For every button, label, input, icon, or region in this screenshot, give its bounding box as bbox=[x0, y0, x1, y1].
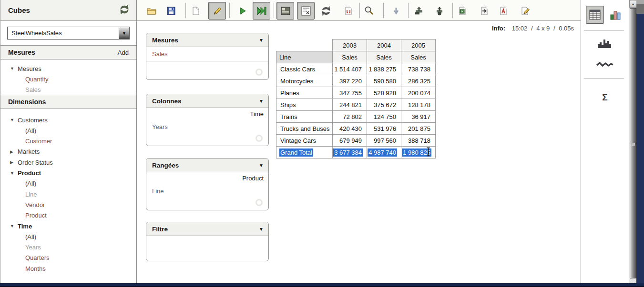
dropzone-rows-header[interactable]: Rangées ▼ bbox=[146, 158, 268, 172]
sort-down-button[interactable] bbox=[391, 6, 401, 16]
tree-item[interactable]: Markets bbox=[0, 147, 136, 157]
pivot-row-dimension-header[interactable]: Line bbox=[276, 51, 333, 63]
pivot-row-header[interactable]: Motorcycles bbox=[276, 75, 333, 87]
pivot-value-cell[interactable]: 128 178 bbox=[401, 99, 436, 111]
dropzone-columns-header[interactable]: Colonnes ▼ bbox=[146, 94, 268, 108]
pivot-value-cell[interactable]: 388 718 bbox=[401, 135, 436, 147]
export-pdf-button[interactable] bbox=[498, 6, 509, 16]
export-excel-button[interactable] bbox=[457, 6, 468, 16]
pivot-value-cell[interactable]: 36 917 bbox=[401, 111, 436, 123]
scroll-up-icon[interactable]: ▲ bbox=[629, 0, 637, 8]
pivot-measure-header[interactable]: Sales bbox=[367, 51, 401, 63]
pivot-value-cell[interactable]: 3 677 384 bbox=[333, 147, 367, 158]
add-measure-button[interactable]: Add bbox=[118, 49, 129, 56]
pivot-value-cell[interactable]: 286 325 bbox=[401, 75, 436, 87]
scrollbar-thumb[interactable] bbox=[630, 8, 637, 278]
chevron-down-icon[interactable]: ▼ bbox=[259, 227, 264, 232]
pivot-value-cell[interactable]: 528 928 bbox=[367, 87, 401, 99]
tree-item[interactable]: Order Status bbox=[0, 157, 136, 168]
tree-item[interactable]: Quantity bbox=[0, 74, 136, 84]
tree-toggle-icon[interactable] bbox=[10, 160, 18, 165]
dropzone-rows[interactable]: Rangées ▼ Product Line bbox=[146, 158, 269, 210]
chevron-down-icon[interactable]: ▼ bbox=[259, 99, 264, 104]
dropzone-measures-header[interactable]: Mesures ▼ bbox=[146, 33, 268, 47]
pivot-value-cell[interactable]: 1 838 275 bbox=[367, 63, 401, 75]
run-auto-button[interactable] bbox=[253, 2, 270, 20]
pivot-measure-header[interactable]: Sales bbox=[333, 51, 367, 63]
pivot-value-cell[interactable]: 397 220 bbox=[333, 75, 367, 87]
line-chart-icon[interactable] bbox=[594, 58, 615, 70]
tree-item[interactable]: Line bbox=[0, 189, 136, 199]
tree-toggle-icon[interactable] bbox=[10, 224, 18, 228]
pivot-value-cell[interactable]: 201 875 bbox=[401, 123, 436, 135]
cube-select-dropdown-icon[interactable]: ▼ bbox=[119, 27, 129, 39]
tree-toggle-icon[interactable] bbox=[10, 171, 18, 176]
pivot-value-cell[interactable]: 244 821 bbox=[333, 99, 367, 111]
drill-member-button[interactable] bbox=[414, 6, 424, 16]
pivot-row-header[interactable]: Grand Total bbox=[276, 147, 333, 158]
dropzone-columns[interactable]: Colonnes ▼ Time Years bbox=[146, 94, 269, 146]
save-button[interactable] bbox=[166, 6, 176, 16]
pivot-measure-header[interactable]: Sales bbox=[401, 51, 436, 63]
pivot-value-cell[interactable]: 200 074 bbox=[401, 87, 436, 99]
pivot-row-header[interactable]: Classic Cars bbox=[276, 63, 333, 75]
tree-item[interactable]: Months bbox=[0, 263, 136, 274]
pivot-value-cell[interactable]: 347 755 bbox=[333, 87, 367, 99]
pivot-value-cell[interactable]: 1 514 407 bbox=[333, 63, 367, 75]
vertical-scrollbar[interactable]: ▲ bbox=[629, 0, 636, 283]
bar-chart-icon[interactable] bbox=[594, 37, 615, 49]
pivot-row-header[interactable]: Vintage Cars bbox=[276, 135, 333, 147]
tree-item[interactable]: Customers bbox=[0, 115, 136, 125]
new-query-button[interactable] bbox=[191, 6, 201, 16]
show-non-empty-button[interactable] bbox=[343, 6, 354, 16]
pivot-value-cell[interactable]: 531 976 bbox=[367, 123, 401, 135]
run-button[interactable] bbox=[237, 6, 248, 16]
pivot-row-header[interactable]: Ships bbox=[276, 99, 333, 111]
drill-position-button[interactable] bbox=[434, 6, 445, 16]
pivot-column-header-2004[interactable]: 2004 bbox=[367, 40, 401, 51]
dropzone-item-sales[interactable]: Sales bbox=[146, 47, 268, 61]
tree-item[interactable]: Mesures bbox=[0, 63, 136, 74]
swap-axes-button[interactable] bbox=[321, 6, 331, 16]
chart-view-button[interactable] bbox=[609, 9, 622, 22]
tree-toggle-icon[interactable] bbox=[10, 66, 18, 71]
mdx-editor-button[interactable] bbox=[297, 2, 315, 20]
pivot-value-cell[interactable]: 72 802 bbox=[333, 111, 367, 123]
export-csv-button[interactable] bbox=[479, 6, 490, 16]
pivot-value-cell[interactable]: 420 430 bbox=[333, 123, 367, 135]
dropzone-item-line[interactable]: Line bbox=[152, 188, 164, 195]
pivot-column-header-2005[interactable]: 2005 bbox=[401, 40, 436, 51]
dropzone-measures[interactable]: Mesures ▼ Sales bbox=[146, 33, 269, 80]
tree-item[interactable]: Quarters bbox=[0, 253, 136, 263]
pivot-row-header[interactable]: Trucks and Buses bbox=[276, 123, 333, 135]
tree-item[interactable]: Sales bbox=[0, 85, 136, 95]
pivot-value-cell[interactable]: 679 949 bbox=[333, 135, 367, 147]
pivot-value-cell[interactable]: 738 738 bbox=[401, 63, 436, 75]
tree-item[interactable]: (All) bbox=[0, 231, 136, 242]
dropzone-filter-header[interactable]: Filtre ▼ bbox=[146, 222, 268, 236]
tree-item[interactable]: Product bbox=[0, 168, 136, 178]
dropzone-filter[interactable]: Filtre ▼ bbox=[146, 222, 269, 261]
tree-item[interactable]: (All) bbox=[0, 178, 136, 189]
sigma-icon[interactable]: Σ bbox=[594, 91, 615, 104]
tree-toggle-icon[interactable] bbox=[10, 118, 18, 122]
open-folder-button[interactable] bbox=[146, 6, 157, 16]
pivot-row-header[interactable]: Planes bbox=[276, 87, 333, 99]
pivot-value-cell[interactable]: 590 580 bbox=[367, 75, 401, 87]
chevron-down-icon[interactable]: ▼ bbox=[259, 38, 264, 43]
edit-pencil-button[interactable] bbox=[208, 2, 226, 20]
tree-toggle-icon[interactable] bbox=[10, 149, 18, 154]
pivot-value-cell[interactable]: 375 672 bbox=[367, 99, 401, 111]
pivot-row-header[interactable]: Trains bbox=[276, 111, 333, 123]
pivot-column-header-2003[interactable]: 2003 bbox=[333, 40, 367, 51]
zoom-button[interactable] bbox=[364, 6, 374, 16]
refresh-cubes-icon[interactable] bbox=[119, 5, 130, 16]
pivot-value-cell[interactable]: 997 560 bbox=[367, 135, 401, 147]
table-view-button[interactable] bbox=[586, 6, 604, 24]
tree-item[interactable]: Product bbox=[0, 210, 136, 221]
dropzone-item-years[interactable]: Years bbox=[152, 123, 168, 130]
cube-select[interactable]: SteelWheelsSales ▼ bbox=[7, 27, 130, 40]
tree-item[interactable]: Years bbox=[0, 242, 136, 252]
edit-properties-button[interactable] bbox=[520, 6, 531, 16]
tree-item[interactable]: Vendor bbox=[0, 199, 136, 210]
